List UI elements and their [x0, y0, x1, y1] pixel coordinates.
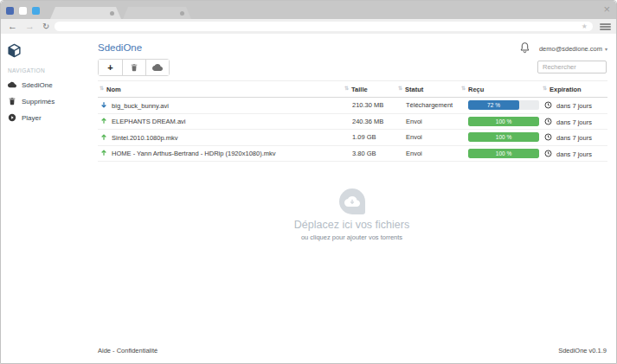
sort-icon: ⇅	[461, 86, 466, 91]
trash-icon	[8, 97, 16, 105]
clock-icon	[544, 118, 552, 125]
clock-icon	[544, 133, 552, 141]
sidebar-item-player[interactable]: Player	[8, 112, 42, 124]
forward-button[interactable]: →	[25, 22, 35, 31]
sort-icon: ⇅	[344, 86, 349, 91]
tab-favicon-dot	[180, 11, 184, 16]
window-control-white-button[interactable]	[19, 7, 27, 15]
clock-icon	[544, 101, 552, 109]
clock-icon	[544, 150, 552, 157]
upload-arrow-icon	[100, 149, 107, 156]
upload-cloud-badge	[339, 188, 365, 214]
torrent-name: big_buck_bunny.avi	[112, 102, 169, 110]
torrent-status: Envoi	[395, 145, 457, 162]
browser-titlebar: ×	[1, 1, 616, 19]
window-close-button[interactable]: ×	[603, 2, 610, 17]
window-control-lightblue-button[interactable]	[32, 7, 40, 15]
download-arrow-icon	[100, 101, 107, 109]
sort-icon: ⇅	[398, 86, 402, 91]
account-email: demo@sdedione.com	[539, 45, 602, 53]
action-button-group: +	[98, 59, 170, 76]
torrent-status: Téléchargement	[395, 98, 457, 114]
navigation-section-label: NAVIGATION	[8, 67, 45, 73]
column-header-expiration[interactable]: ⇅Expiration	[540, 81, 607, 98]
upload-arrow-icon	[100, 133, 107, 141]
torrent-table: ⇅Nom ⇅Taille ⇅Statut ⇅Reçu ⇅Expiration b…	[98, 80, 607, 162]
dropzone-title: Déplacez ici vos fichiers	[98, 219, 606, 231]
column-header-statut[interactable]: ⇅Statut	[395, 81, 457, 98]
torrent-expiration: dans 7 jours	[556, 150, 592, 157]
browser-tab-inactive[interactable]	[123, 7, 191, 19]
torrent-size: 240.36 MB	[341, 113, 395, 130]
progress-label: 100 %	[496, 134, 511, 140]
address-bar[interactable]: ★	[55, 22, 593, 31]
sidebar-item-label: SdediOne	[22, 81, 53, 89]
dropzone[interactable]: Déplacez ici vos fichiers ou cliquez pou…	[98, 188, 606, 241]
progress-bar: 100 %	[468, 132, 539, 142]
delete-button[interactable]	[122, 60, 145, 75]
torrent-row[interactable]: big_buck_bunny.avi 210.30 MB Téléchargem…	[98, 98, 607, 114]
play-circle-icon	[8, 113, 16, 122]
sidebar-item-supprimes[interactable]: Supprimés	[8, 95, 55, 107]
bookmark-star-icon[interactable]: ★	[582, 22, 588, 31]
torrent-size: 3.80 GB	[341, 145, 395, 162]
account-menu[interactable]: demo@sdedione.com▾	[539, 45, 607, 53]
back-button[interactable]: ←	[8, 22, 17, 31]
menu-bar	[600, 29, 611, 30]
browser-toolbar: ← → ↻ ★	[1, 19, 616, 34]
sidebar-item-label: Supprimés	[22, 98, 55, 105]
app-logo-cube-icon	[7, 43, 22, 58]
page-title: SdediOne	[98, 42, 142, 53]
torrent-name: Sintel.2010.1080p.mkv	[112, 134, 177, 142]
trash-icon	[130, 63, 138, 72]
torrent-name: ELEPHANTS DREAM.avi	[112, 118, 185, 125]
upload-torrent-button[interactable]	[145, 60, 169, 75]
torrent-status: Envoi	[395, 130, 457, 146]
sort-icon: ⇅	[543, 86, 547, 91]
torrent-row[interactable]: ELEPHANTS DREAM.avi 240.36 MB Envoi 100 …	[98, 113, 607, 130]
cloud-icon	[8, 80, 16, 89]
progress-label: 72 %	[487, 102, 500, 108]
reload-button[interactable]: ↻	[42, 22, 49, 31]
chevron-down-icon: ▾	[605, 47, 607, 52]
browser-window: × ← → ↻ ★ NAVIGATION SdediOne	[0, 0, 617, 364]
progress-label: 100 %	[496, 118, 511, 125]
torrent-row[interactable]: HOME - Yann Arthus-Bertrand - HDRip (192…	[98, 145, 607, 162]
sidebar-item-sdedione[interactable]: SdediOne	[8, 79, 53, 91]
torrent-size: 210.30 MB	[341, 98, 395, 114]
torrent-status: Envoi	[395, 113, 457, 130]
table-header-row: ⇅Nom ⇅Taille ⇅Statut ⇅Reçu ⇅Expiration	[98, 81, 607, 98]
torrent-rows: big_buck_bunny.avi 210.30 MB Téléchargem…	[98, 98, 607, 162]
browser-menu-button[interactable]	[600, 22, 611, 31]
sort-icon: ⇅	[100, 86, 104, 91]
progress-bar: 100 %	[468, 117, 539, 126]
torrent-expiration: dans 7 jours	[556, 134, 592, 142]
progress-label: 100 %	[496, 150, 511, 156]
sidebar-item-label: Player	[22, 114, 42, 122]
menu-bar	[600, 23, 611, 25]
torrent-row[interactable]: Sintel.2010.1080p.mkv 1.09 GB Envoi 100 …	[98, 130, 607, 146]
torrent-name: HOME - Yann Arthus-Bertrand - HDRip (192…	[112, 150, 275, 157]
tab-favicon-dot	[110, 11, 114, 16]
browser-tab-active[interactable]	[50, 7, 121, 19]
main-panel: SdediOne demo@sdedione.com▾ +	[98, 34, 616, 363]
search-input[interactable]	[537, 61, 607, 73]
torrent-expiration: dans 7 jours	[556, 118, 592, 125]
column-header-recu[interactable]: ⇅Reçu	[457, 81, 540, 98]
notifications-bell-icon[interactable]	[519, 42, 530, 54]
torrent-size: 1.09 GB	[341, 130, 395, 146]
menu-bar	[600, 26, 611, 28]
torrent-expiration: dans 7 jours	[556, 102, 592, 110]
dropzone-subtitle: ou cliquez pour ajouter vos torrents	[98, 233, 606, 241]
footer-links[interactable]: Aide - Confidentialité	[98, 347, 157, 354]
progress-bar: 72 %	[468, 100, 539, 110]
column-header-taille[interactable]: ⇅Taille	[341, 81, 395, 98]
app-content: NAVIGATION SdediOne Supprimés Player Sde…	[1, 34, 616, 363]
cloud-icon	[152, 62, 163, 73]
progress-bar: 100 %	[468, 149, 539, 158]
add-torrent-button[interactable]: +	[99, 60, 122, 75]
plus-icon: +	[107, 63, 112, 73]
cloud-upload-icon	[344, 194, 360, 209]
window-control-blue-button[interactable]	[6, 7, 14, 15]
column-header-nom[interactable]: ⇅Nom	[98, 81, 341, 98]
